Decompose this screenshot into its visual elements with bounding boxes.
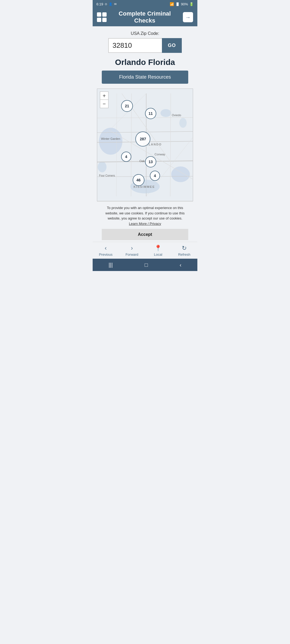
forward-icon: › bbox=[131, 245, 133, 252]
app-title: Complete Criminal Checks bbox=[107, 10, 183, 24]
cluster-4a[interactable]: 4 bbox=[121, 152, 131, 162]
cookie-message: To provide you with an optimal experienc… bbox=[102, 205, 188, 221]
nav-refresh[interactable]: ↻ Refresh bbox=[175, 245, 194, 257]
map-container: Oviedo Winter Garden ORLANDO Conway Oak … bbox=[97, 89, 193, 201]
nav-refresh-label: Refresh bbox=[178, 253, 190, 257]
nav-forward-label: Forward bbox=[125, 253, 138, 257]
status-left: 6:19 ⊙ 👤 ✉ bbox=[96, 2, 117, 6]
battery-icon: 🔋 bbox=[189, 2, 194, 6]
nav-previous-label: Previous bbox=[99, 253, 113, 257]
zip-row: GO bbox=[108, 38, 182, 53]
state-resources-button[interactable]: Florida State Resources bbox=[102, 71, 188, 84]
nav-local[interactable]: 📍 Local bbox=[149, 245, 168, 257]
main-content: USA Zip Code: GO Orlando Florida Florida… bbox=[93, 26, 197, 242]
city-name: Orlando Florida bbox=[115, 58, 175, 67]
cluster-13[interactable]: 13 bbox=[145, 156, 156, 167]
refresh-icon: ↻ bbox=[182, 245, 187, 252]
cluster-287[interactable]: 287 bbox=[135, 131, 150, 147]
mail-icon: ✉ bbox=[114, 2, 117, 6]
sys-back-button[interactable]: ‹ bbox=[180, 262, 182, 268]
zoom-out-button[interactable]: − bbox=[100, 100, 108, 108]
status-bar: 6:19 ⊙ 👤 ✉ 📶 ▐▌ 90% 🔋 bbox=[93, 0, 197, 8]
signal-icon: ▐▌ bbox=[175, 2, 180, 6]
bottom-nav: ‹ Previous › Forward 📍 Local ↻ Refresh bbox=[93, 242, 197, 259]
logout-button[interactable]: → bbox=[183, 12, 193, 22]
cluster-4b[interactable]: 4 bbox=[150, 171, 160, 181]
zip-input[interactable] bbox=[108, 38, 162, 53]
status-time: 6:19 bbox=[96, 2, 103, 6]
sys-menu-button[interactable]: ||| bbox=[108, 262, 113, 268]
label-winter-garden: Winter Garden bbox=[101, 137, 120, 140]
cookie-link[interactable]: Learn More / Privacy bbox=[129, 222, 161, 226]
cluster-11[interactable]: 11 bbox=[145, 108, 156, 119]
local-icon: 📍 bbox=[154, 245, 162, 252]
system-nav: ||| □ ‹ bbox=[93, 259, 197, 271]
logout-icon: → bbox=[185, 14, 191, 20]
ring-icon: ⊙ bbox=[105, 2, 107, 6]
nav-local-label: Local bbox=[154, 253, 162, 257]
wifi-icon: 📶 bbox=[170, 2, 174, 6]
app-header: Complete Criminal Checks → bbox=[93, 8, 197, 26]
notify-icon: 👤 bbox=[109, 2, 113, 6]
svg-point-2 bbox=[171, 166, 190, 182]
label-oviedo: Oviedo bbox=[172, 114, 181, 117]
label-four-corners: Four Corners bbox=[99, 174, 115, 177]
label-conway: Conway bbox=[155, 153, 165, 156]
cluster-21[interactable]: 21 bbox=[121, 100, 133, 112]
nav-previous[interactable]: ‹ Previous bbox=[96, 245, 115, 257]
sys-home-button[interactable]: □ bbox=[144, 262, 148, 268]
zip-label: USA Zip Code: bbox=[131, 31, 159, 36]
battery-percent: 90% bbox=[181, 2, 188, 6]
label-kissimmee: KISSIMMEE bbox=[133, 185, 155, 188]
cluster-46[interactable]: 46 bbox=[133, 174, 144, 186]
svg-point-1 bbox=[99, 128, 122, 155]
status-right: 📶 ▐▌ 90% 🔋 bbox=[170, 2, 194, 6]
cookie-banner: To provide you with an optimal experienc… bbox=[97, 201, 193, 242]
accept-button[interactable]: Accept bbox=[102, 229, 188, 240]
zoom-in-button[interactable]: + bbox=[100, 92, 108, 100]
go-button[interactable]: GO bbox=[162, 38, 182, 53]
nav-forward[interactable]: › Forward bbox=[122, 245, 141, 257]
svg-point-4 bbox=[161, 109, 171, 117]
previous-icon: ‹ bbox=[105, 245, 107, 252]
svg-point-3 bbox=[98, 162, 107, 172]
grid-icon[interactable] bbox=[97, 12, 107, 22]
svg-point-5 bbox=[179, 118, 187, 128]
map-zoom-controls[interactable]: + − bbox=[100, 92, 108, 108]
